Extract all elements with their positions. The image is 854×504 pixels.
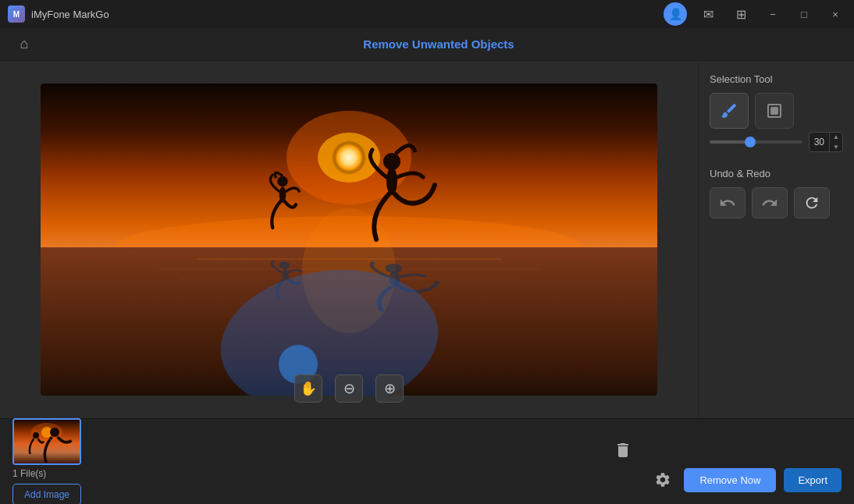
undo-redo-buttons <box>710 187 843 218</box>
size-value-input[interactable]: 30 ▲ ▼ <box>809 132 843 152</box>
redo-button[interactable] <box>752 187 788 218</box>
header: ⌂ Remove Unwanted Objects <box>0 28 854 61</box>
tool-buttons <box>710 93 843 129</box>
selection-tool-section: Selection Tool <box>710 73 843 152</box>
export-button[interactable]: Export <box>784 468 842 492</box>
size-slider-fill <box>710 140 746 144</box>
settings-button[interactable] <box>649 467 676 493</box>
refresh-button[interactable] <box>794 187 830 218</box>
size-slider-track[interactable] <box>710 140 802 144</box>
trash-icon <box>614 441 632 460</box>
size-value-up[interactable]: ▲ <box>830 132 842 142</box>
size-slider-thumb[interactable] <box>745 137 756 147</box>
zoom-in-button[interactable]: ⊕ <box>375 374 404 403</box>
undo-icon <box>719 194 736 211</box>
grid-icon[interactable]: ⊞ <box>729 2 753 26</box>
zoom-out-button[interactable]: ⊖ <box>335 374 363 403</box>
svg-point-24 <box>50 428 59 437</box>
refresh-icon <box>803 194 820 211</box>
titlebar: M iMyFone MarkGo 👤 ✉ ⊞ − □ × <box>0 0 854 28</box>
hand-tool-button[interactable]: ✋ <box>294 374 322 403</box>
image-container[interactable] <box>41 83 657 396</box>
image-canvas[interactable] <box>41 83 657 396</box>
svg-point-13 <box>383 153 400 170</box>
undo-button[interactable] <box>710 187 745 218</box>
mail-icon[interactable]: ✉ <box>696 2 720 26</box>
remove-now-button[interactable]: Remove Now <box>684 468 776 492</box>
home-button[interactable]: ⌂ <box>12 33 36 56</box>
file-count: 1 File(s) <box>12 468 46 479</box>
canvas-area[interactable]: ✋ ⊖ ⊕ <box>0 61 698 418</box>
main-content: ✋ ⊖ ⊕ Selection Tool <box>0 61 854 418</box>
undo-redo-label: Undo & Redo <box>710 168 843 179</box>
maximize-button[interactable]: □ <box>793 3 815 25</box>
page-title: Remove Unwanted Objects <box>36 37 842 51</box>
selection-tool-label: Selection Tool <box>710 73 843 85</box>
settings-icon <box>654 471 671 488</box>
undo-redo-section: Undo & Redo <box>710 168 843 218</box>
titlebar-left: M iMyFone MarkGo <box>8 5 109 23</box>
shape-icon <box>765 101 784 120</box>
redo-icon <box>761 194 778 211</box>
bottom-actions: Remove Now Export <box>649 467 842 504</box>
titlebar-controls: 👤 ✉ ⊞ − □ × <box>664 2 846 26</box>
thumbnail-container: 1 File(s) Add Image <box>12 418 81 505</box>
svg-point-23 <box>33 432 39 438</box>
size-value-number: 30 <box>810 137 829 147</box>
delete-button[interactable] <box>609 436 637 464</box>
right-panel: Selection Tool <box>698 61 854 418</box>
minimize-button[interactable]: − <box>762 3 784 25</box>
image-thumbnail[interactable] <box>12 418 81 465</box>
shape-tool-button[interactable] <box>755 93 794 129</box>
svg-point-11 <box>277 176 288 187</box>
svg-point-3 <box>332 140 366 175</box>
close-button[interactable]: × <box>824 3 846 25</box>
app-title: iMyFone MarkGo <box>31 9 109 20</box>
bottom-area: 1 File(s) Add Image Remove Now Export <box>0 418 854 504</box>
size-value-down[interactable]: ▼ <box>830 142 842 152</box>
brush-tool-button[interactable] <box>710 93 749 129</box>
canvas-toolbar: ✋ ⊖ ⊕ <box>294 374 404 403</box>
add-image-button[interactable]: Add Image <box>12 484 81 505</box>
app-logo: M <box>8 5 25 23</box>
thumbnail-image <box>14 420 80 463</box>
brush-icon <box>720 101 738 120</box>
avatar-icon[interactable]: 👤 <box>664 2 687 26</box>
size-slider-row: 30 ▲ ▼ <box>710 132 843 152</box>
svg-point-12 <box>386 167 397 195</box>
size-value-arrows: ▲ ▼ <box>829 132 842 152</box>
